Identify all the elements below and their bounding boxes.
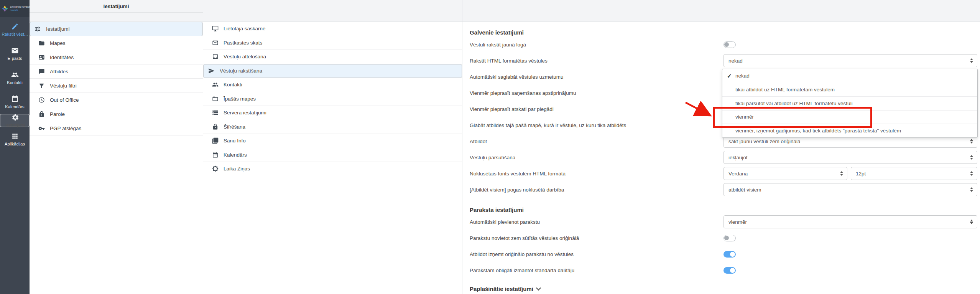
chevron-down-icon <box>536 286 541 291</box>
clock-icon <box>38 97 45 103</box>
setting-row-reply-all-default: [Atbildēt visiem] pogas noklusētā darbīb… <box>470 182 977 198</box>
sidebar-item-contacts[interactable]: Kontakti <box>0 66 30 90</box>
forward-mode-select[interactable]: iekļaujot <box>723 151 977 164</box>
advanced-settings-toggle[interactable]: Paplašinātie iestatījumi <box>470 286 977 292</box>
dropdown-option-label: tikai pārsūtot vai atbildot uz HTML form… <box>735 101 853 106</box>
settings-nav-item-filters[interactable]: Vēstuļu filtri <box>30 79 203 93</box>
default-font-family-select[interactable]: Verdana <box>723 167 847 180</box>
setting-control <box>723 235 977 241</box>
auto-signature-select[interactable]: vienmēr <box>723 215 977 228</box>
sidebar-item-settings[interactable]: Iestatījumi <box>0 114 30 127</box>
setting-control: Verdana12pt <box>723 167 977 180</box>
mail-outline-icon <box>212 40 219 46</box>
settings-nav-item-password[interactable]: Parole <box>30 107 203 121</box>
strip-signature-toggle[interactable] <box>723 251 736 258</box>
list-item-label: Vēstuļu filtri <box>50 83 77 89</box>
section-nav-item-message-composition[interactable]: Vēstuļu rakstīšana <box>203 64 462 78</box>
sun-icon <box>212 165 219 172</box>
settings-nav-item-preferences[interactable]: Iestatījumi <box>30 22 203 36</box>
sidebar-item-compose[interactable]: Rakstīt vēst... <box>0 17 30 41</box>
sidebar-item-mail[interactable]: E-pasts <box>0 41 30 66</box>
lock-icon <box>38 111 45 117</box>
dropdown-option-2[interactable]: tikai pārsūtot vai atbildot uz HTML form… <box>722 96 977 110</box>
app-logo[interactable]: Smiltenes novadā novads <box>0 0 30 17</box>
calendar-icon <box>11 95 19 103</box>
server-icon <box>212 109 219 116</box>
logo-pinwheel-icon <box>1 5 8 12</box>
section-nav-item-special-folders[interactable]: Īpašās mapes <box>203 92 462 106</box>
dropdown-option-label: vienmēr, izņemot gadījumus, kad tiek atb… <box>735 128 901 134</box>
setting-label: Parakstam obligāti izmantot standarta da… <box>470 268 723 273</box>
select-value: 12pt <box>856 171 970 177</box>
list-item-label: Servera iestatījumi <box>224 110 266 116</box>
select-arrows-icon <box>970 171 973 176</box>
signature-separator-toggle[interactable] <box>723 267 736 274</box>
settings-nav-item-responses[interactable]: Atbildes <box>30 64 203 79</box>
sidebar-item-label: Rakstīt vēst... <box>2 32 28 36</box>
list-item-label: Īpašās mapes <box>224 96 256 102</box>
section-nav-item-encryption[interactable]: Šifrēšana <box>203 120 462 134</box>
settings-nav-item-pgp-keys[interactable]: PGP atslēgas <box>30 121 203 135</box>
list-item-label: Laika Ziņas <box>224 166 250 172</box>
setting-row-auto-signature: Automātiski pievienot parakstuvienmēr <box>470 214 977 230</box>
list-item-label: Vēstuļu attēlošana <box>224 54 266 59</box>
sidebar-item-label: Kalendārs <box>5 104 24 109</box>
reply-all-default-select[interactable]: atbildēt visiem <box>723 183 977 196</box>
dropdown-option-label: vienmēr <box>735 114 754 120</box>
dropdown-option-3[interactable]: vienmēr <box>722 110 977 124</box>
calendar-filled-icon <box>212 152 219 158</box>
setting-label: Vēstuli rakstīt jaunā logā <box>470 42 723 48</box>
default-font-size-select[interactable]: 12pt <box>851 167 977 180</box>
settings-nav-item-identities[interactable]: Identitātes <box>30 50 203 64</box>
settings-content: Galvenie iestatījumi Vēstuli rakstīt jau… <box>462 22 980 294</box>
sidebar-item-apps[interactable]: Aplikācijas <box>0 127 30 151</box>
setting-row-default-font: Noklusētais fonts vēstulēm HTML formātāV… <box>470 165 977 182</box>
section-nav-item-mailbox-view[interactable]: Pastkastes skats <box>203 36 462 50</box>
signature-below-quote-toggle[interactable] <box>723 235 736 241</box>
setting-label: Noklusētais fonts vēstulēm HTML formātā <box>470 171 723 177</box>
section-nav-item-side-info[interactable]: Sānu Info <box>203 134 462 148</box>
section-nav-item-server-settings[interactable]: Servera iestatījumi <box>203 106 462 120</box>
dropdown-option-label: tikai atbildot uz HTML formatētām vēstul… <box>735 87 835 92</box>
settings-nav-item-out-of-office[interactable]: Out of Office <box>30 93 203 107</box>
section-nav-item-contacts[interactable]: Kontakti <box>203 78 462 92</box>
setting-row-html-messages: Rakstīt HTML formatētas vēstulesnekad <box>470 53 977 69</box>
select-arrows-icon <box>970 155 973 160</box>
section-nav-item-weather[interactable]: Laika Ziņas <box>203 162 462 176</box>
check-icon: ✓ <box>727 73 732 79</box>
list-item-label: Atbildes <box>50 69 68 74</box>
dropdown-option-4[interactable]: vienmēr, izņemot gadījumus, kad tiek atb… <box>722 124 977 137</box>
list-item-label: Šifrēšana <box>224 124 245 130</box>
sidebar-item-calendar[interactable]: Kalendārs <box>0 90 30 114</box>
html-messages-select[interactable]: nekad <box>723 54 977 67</box>
setting-row-signature-separator: Parakstam obligāti izmantot standarta da… <box>470 262 977 278</box>
section-nav-item-calendar[interactable]: Kalendārs <box>203 148 462 162</box>
setting-control: nekad <box>723 54 977 67</box>
section-title-general: Galvenie iestatījumi <box>470 29 977 36</box>
setting-control: vienmēr <box>723 215 977 228</box>
compose-new-window-toggle[interactable] <box>723 41 736 48</box>
setting-label: Rakstīt HTML formatētas vēstules <box>470 58 723 64</box>
dropdown-option-1[interactable]: tikai atbildot uz HTML formatētām vēstul… <box>722 83 977 97</box>
setting-label: Atbildot <box>470 139 723 144</box>
sections-nav-list: Lietotāja saskarnePastkastes skatsVēstuļ… <box>203 22 462 294</box>
signature-settings-rows: Automātiski pievienot parakstuvienmērPar… <box>470 214 977 278</box>
id-card-icon <box>38 54 45 61</box>
inbox-icon <box>212 53 219 60</box>
list-item-label: Parole <box>50 111 65 117</box>
settings-list-title: Iestatījumi <box>104 3 129 9</box>
setting-row-strip-signature: Atbildot izņemt oriģinālo parakstu no vē… <box>470 246 977 262</box>
setting-control: atbildēt visiem <box>723 183 977 196</box>
setting-label: Atbildot izņemt oriģinālo parakstu no vē… <box>470 251 723 257</box>
dropdown-option-0[interactable]: ✓nekad <box>722 69 977 83</box>
list-item-label: Kalendārs <box>224 152 247 158</box>
setting-row-forward-mode: Vēstuļu pārsūtīšanaiekļaujot <box>470 149 977 165</box>
section-nav-item-message-display[interactable]: Vēstuļu attēlošana <box>203 50 462 64</box>
select-arrows-icon <box>970 187 973 192</box>
sidebar-nav: Rakstīt vēst...E-pastsKontaktiKalendārsI… <box>0 17 30 151</box>
list-item-label: Out of Office <box>50 97 79 103</box>
select-value: iekļaujot <box>728 155 970 160</box>
section-nav-item-user-interface[interactable]: Lietotāja saskarne <box>203 22 462 36</box>
settings-nav-item-folders[interactable]: Mapes <box>30 36 203 50</box>
sidebar-item-label: Kontakti <box>7 80 23 85</box>
